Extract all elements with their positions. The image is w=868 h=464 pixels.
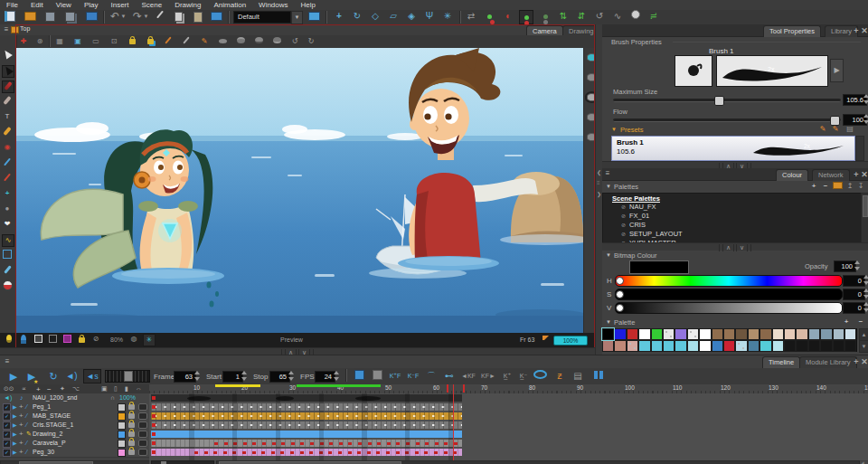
palette-item-nau_fx[interactable]: ⊘NAU_FX [603, 203, 862, 212]
val-slider-handle[interactable] [616, 304, 624, 312]
volume-slider-handle[interactable] [124, 371, 133, 382]
swatch[interactable] [760, 328, 771, 340]
swatch[interactable] [602, 340, 614, 352]
menu-drawing[interactable]: Drawing [168, 0, 207, 10]
tab-network[interactable]: Network [812, 169, 850, 181]
menu-play[interactable]: Play [78, 0, 105, 10]
layer-lock-icon[interactable] [128, 422, 135, 428]
timeline-close-tab-icon[interactable]: ✕ [860, 356, 868, 367]
palette-add-icon[interactable]: + [808, 181, 819, 192]
swatch[interactable] [638, 328, 650, 340]
curve-icon[interactable]: ∿ [611, 10, 624, 23]
set-ease-icon[interactable]: ≓ [647, 10, 660, 23]
palette-moveup-icon[interactable]: ↥ [844, 181, 855, 192]
apply-preset-icon[interactable] [307, 12, 320, 24]
presets-collapse-icon[interactable]: ▼ [611, 127, 617, 132]
layer-lock-icon[interactable] [128, 440, 135, 446]
track-Peg_30[interactable] [151, 449, 462, 456]
sound-scrub-button[interactable]: ◄s [83, 369, 101, 384]
palette-movedown-icon[interactable]: ↧ [855, 181, 866, 192]
sat-slider-handle[interactable] [616, 290, 624, 298]
tab-colour[interactable]: Colour [776, 169, 808, 181]
flow-spinner[interactable] [863, 113, 868, 125]
onion-prev-range-icon[interactable] [253, 36, 264, 47]
export-image-icon[interactable] [85, 12, 98, 24]
tab-tool-properties[interactable]: Tool Properties [763, 25, 821, 37]
no-entry-icon[interactable]: ⊘ [90, 334, 101, 345]
layer-enable-checkbox[interactable]: ✓ [3, 412, 11, 421]
swatch[interactable] [699, 328, 711, 340]
thumbnails-toggle-icon[interactable]: ▯ [114, 385, 118, 393]
tool-preset-caret-icon[interactable]: ▼ [291, 11, 303, 24]
layer-expand-icon[interactable]: ▶ [13, 439, 17, 448]
ik-tool-icon[interactable]: Ψ [423, 10, 436, 23]
layer-enable-checkbox[interactable]: ✓ [3, 421, 11, 430]
layer-lock-icon[interactable] [128, 404, 135, 410]
colour-panel-menu-icon[interactable]: ≡ [602, 168, 613, 179]
character-icon[interactable] [18, 335, 29, 346]
remove-exposure-icon[interactable]: K̲⁻ [517, 370, 530, 383]
sat-spinner[interactable] [863, 288, 868, 299]
resize-grip-icon[interactable]: ◢ [860, 459, 864, 464]
tab-module-library[interactable]: Module Library [799, 356, 857, 368]
onion-skin-icon[interactable] [533, 370, 546, 383]
swatch[interactable] [820, 328, 832, 340]
solo-mode-icon[interactable]: ▣ [101, 385, 108, 393]
rect-select-tool-icon[interactable] [2, 250, 13, 260]
light-table-pen-icon[interactable] [163, 36, 174, 47]
swatch[interactable] [748, 340, 760, 352]
menu-file[interactable]: File [0, 0, 24, 10]
sound-button[interactable]: ◄) [65, 370, 78, 383]
next-keyframe-icon[interactable]: KF► [481, 370, 494, 383]
menu-help[interactable]: Help [295, 0, 322, 10]
layer-eye-icon[interactable] [138, 449, 147, 456]
layer-list-scrollbar[interactable] [0, 460, 151, 464]
playhead[interactable] [453, 384, 454, 460]
range-marker-yellow[interactable] [215, 384, 260, 387]
playhead-bracket-right[interactable] [463, 384, 465, 393]
add-peg-keyframe-icon[interactable] [483, 10, 495, 23]
new-scene-icon[interactable] [4, 11, 16, 24]
maintain-size-tool-icon[interactable]: ◈ [405, 10, 418, 23]
max-size-spinner[interactable] [863, 93, 868, 105]
ease-icon[interactable] [629, 10, 642, 23]
sat-slider[interactable] [615, 289, 843, 300]
paste-icon[interactable] [192, 12, 204, 24]
delete-layer-icon[interactable]: − [47, 385, 52, 393]
pencil-line-icon[interactable] [181, 36, 192, 47]
swatch[interactable] [663, 328, 675, 340]
effect-layer-icon[interactable]: ✦ [60, 385, 65, 393]
keyframe-group-icon[interactable]: ◖ [501, 10, 514, 23]
track-Cris.STAGE_1[interactable] [151, 421, 462, 429]
val-slider[interactable] [615, 302, 843, 314]
palette-item-fx_01[interactable]: ⊘FX_01 [603, 212, 862, 221]
preset-menu-icon[interactable]: ▤ [844, 124, 855, 135]
globe-icon[interactable]: ◍ [128, 334, 139, 345]
hue-slider[interactable] [615, 275, 843, 287]
paint-tool-icon[interactable]: ◉ [2, 142, 13, 153]
layer-eye-icon[interactable] [138, 403, 147, 411]
cycle-icon[interactable]: ↺ [593, 10, 606, 23]
add-keyframe-icon[interactable]: K⁺F [389, 370, 401, 383]
lock-view-icon[interactable] [127, 36, 137, 47]
swatch[interactable] [699, 340, 711, 352]
layer-lock-icon[interactable] [128, 431, 135, 437]
motion-keyframe-icon[interactable]: ⌒ [425, 370, 438, 383]
preset-scrollbar[interactable] [855, 136, 864, 161]
undo-dropdown-icon[interactable]: ▼ [120, 10, 127, 23]
swatch[interactable] [627, 328, 638, 340]
loop-button[interactable]: ↻ [47, 370, 60, 383]
palettes-collapse-icon[interactable]: ▼ [606, 184, 611, 189]
save-icon[interactable] [43, 12, 56, 24]
thumbnail-view-icon[interactable] [590, 370, 602, 383]
preset-item[interactable]: Brush 1 105.6 2x [611, 136, 855, 161]
flip-horizontal-icon[interactable]: ⇄ [465, 10, 477, 23]
add-layer-icon[interactable]: + [36, 385, 41, 393]
save-all-icon[interactable] [63, 12, 76, 24]
swatch[interactable] [723, 328, 735, 340]
layer-colour-chip[interactable] [118, 403, 126, 412]
flag-icon[interactable] [542, 336, 549, 340]
layer-expand-icon[interactable]: ▶ [13, 402, 17, 412]
swatch[interactable] [712, 328, 723, 340]
layer-expand-icon[interactable]: ▶ [13, 421, 17, 430]
